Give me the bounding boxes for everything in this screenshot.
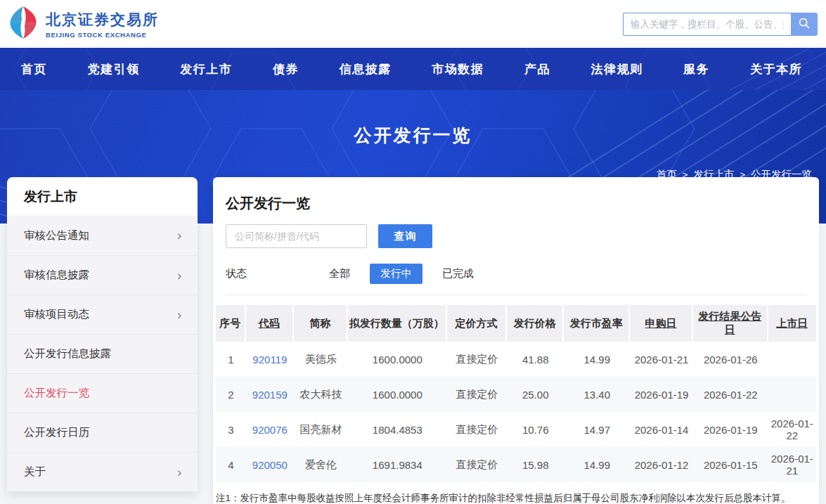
cell-seq: 2 [216,377,246,412]
nav-item-5[interactable]: 信息披露 [340,61,392,77]
cell-name: 国亮新材 [294,412,348,447]
cell-pe: 14.99 [564,447,630,482]
table-row-3: 3920076国亮新材1804.4853直接定价10.7614.972026-0… [216,412,816,447]
header-search-button[interactable] [791,13,818,36]
nav-item-9[interactable]: 服务 [683,61,709,77]
cell-list_date: 2026-01-22 [768,412,816,447]
column-header-seq: 序号 [216,305,246,342]
nav-item-2[interactable]: 党建引领 [88,61,140,77]
sidebar-item-label: 审核公告通知 [24,228,89,243]
status-option-2[interactable]: 发行中 [370,264,422,284]
query-button[interactable]: 查询 [378,224,432,248]
logo-title-en: BEIJING STOCK EXCHANGE [46,31,159,39]
sidebar-item-label: 公开发行一览 [24,386,89,401]
cell-code[interactable]: 920050 [246,447,294,482]
cell-sub_date: 2026-01-21 [630,342,693,377]
bse-logo-icon [7,5,39,43]
sidebar-item-3[interactable]: 审核项目动态› [7,295,198,334]
cell-sub_date: 2026-01-14 [630,412,693,447]
cell-seq: 3 [216,412,246,447]
nav-item-7[interactable]: 产品 [524,61,550,77]
table-header-row: 序号代码简称拟发行数量（万股）定价方式发行价格发行市盈率申购日发行结果公告日上市… [216,305,816,342]
cell-price: 10.76 [507,412,564,447]
column-header-list_date[interactable]: 上市日 [768,305,816,342]
sidebar-item-label: 公开发行信息披露 [24,347,111,361]
main-nav: 首页党建引领发行上市债券信息披露市场数据产品法律规则服务关于本所 [0,48,826,90]
sidebar-item-6[interactable]: 公开发行日历 [7,413,198,452]
status-filter-label: 状态 [226,267,247,280]
header-search [623,13,818,36]
cell-pricing: 直接定价 [447,342,507,377]
cell-pricing: 直接定价 [447,377,507,412]
cell-result_date: 2026-01-22 [693,377,768,412]
cell-result_date: 2026-01-15 [693,447,768,482]
header-search-input[interactable] [623,13,791,36]
company-search-row: 查询 [213,213,819,248]
sidebar-title: 发行上市 [7,177,198,216]
logo-title-cn: 北京证券交易所 [46,10,159,30]
sidebar-item-2[interactable]: 审核信息披露› [7,255,198,295]
status-option-3[interactable]: 已完成 [432,264,484,284]
nav-item-10[interactable]: 关于本所 [750,61,802,77]
sidebar: 发行上市 审核公告通知›审核信息披露›审核项目动态›公开发行信息披露公开发行一览… [7,177,198,491]
sidebar-item-5[interactable]: 公开发行一览 [7,373,198,413]
cell-pricing: 直接定价 [447,447,507,482]
nav-item-4[interactable]: 债券 [273,61,299,77]
column-header-result_date[interactable]: 发行结果公告日 [693,305,768,342]
sidebar-item-1[interactable]: 审核公告通知› [7,216,198,255]
cell-quantity: 1600.0000 [348,342,447,377]
column-header-code[interactable]: 代码 [246,305,294,342]
issuance-table-wrap: 序号代码简称拟发行数量（万股）定价方式发行价格发行市盈率申购日发行结果公告日上市… [216,305,816,482]
cell-price: 25.00 [507,377,564,412]
cell-pe: 13.40 [564,377,630,412]
bse-logo[interactable]: 北京证券交易所 BEIJING STOCK EXCHANGE [7,5,159,43]
cell-quantity: 1804.4853 [348,412,447,447]
column-header-pricing: 定价方式 [447,305,507,342]
column-header-sub_date[interactable]: 申购日 [630,305,693,342]
cell-result_date: 2026-01-26 [693,342,768,377]
sidebar-item-label: 公开发行日历 [24,425,89,440]
chevron-right-icon: › [176,465,182,480]
sidebar-item-4[interactable]: 公开发行信息披露 [7,334,198,373]
main-card: 公开发行一览 查询 状态 全部发行中已完成 序号代码简称拟发行数量（万股）定价方… [213,177,819,504]
sidebar-item-label: 审核项目动态 [24,307,89,322]
cell-seq: 1 [216,342,246,377]
issuance-table: 序号代码简称拟发行数量（万股）定价方式发行价格发行市盈率申购日发行结果公告日上市… [216,305,816,482]
cell-pe: 14.97 [564,412,630,447]
status-option-1[interactable]: 全部 [318,264,361,284]
column-header-price: 发行价格 [507,305,564,342]
column-header-pe: 发行市盈率 [564,305,630,342]
cell-name: 美德乐 [294,342,348,377]
search-icon [798,17,811,32]
bse-logo-text: 北京证券交易所 BEIJING STOCK EXCHANGE [46,10,159,39]
table-row-1: 1920119美德乐1600.0000直接定价41.8814.992026-01… [216,342,816,377]
cell-pricing: 直接定价 [447,412,507,447]
nav-item-8[interactable]: 法律规则 [591,61,643,77]
cell-seq: 4 [216,447,246,482]
table-row-2: 2920159农大科技1600.0000直接定价25.0013.402026-0… [216,377,816,412]
sidebar-item-label: 审核信息披露 [24,268,89,283]
nav-item-1[interactable]: 首页 [21,61,47,77]
cell-list_date [768,377,816,412]
cell-pe: 14.99 [564,342,630,377]
cell-code[interactable]: 920159 [246,377,294,412]
nav-item-6[interactable]: 市场数据 [432,61,484,77]
top-header: 北京证券交易所 BEIJING STOCK EXCHANGE [0,0,826,48]
sidebar-item-7[interactable]: 关于› [7,452,198,491]
cell-code[interactable]: 920076 [246,412,294,447]
cell-sub_date: 2026-01-19 [630,377,693,412]
cell-name: 爱舍伦 [294,447,348,482]
company-search-input[interactable] [226,224,367,248]
sidebar-menu: 审核公告通知›审核信息披露›审核项目动态›公开发行信息披露公开发行一览公开发行日… [7,216,198,491]
chevron-right-icon: › [176,307,182,323]
column-header-quantity: 拟发行数量（万股） [348,305,447,342]
cell-name: 农大科技 [294,377,348,412]
banner-title: 公开发行一览 [0,90,826,147]
cell-price: 15.98 [507,447,564,482]
status-filter-row: 状态 全部发行中已完成 [226,264,806,295]
cell-quantity: 1691.9834 [348,447,447,482]
table-row-4: 4920050爱舍伦1691.9834直接定价15.9814.992026-01… [216,447,816,482]
cell-code[interactable]: 920119 [246,342,294,377]
sidebar-item-label: 关于 [24,465,46,479]
nav-item-3[interactable]: 发行上市 [180,61,232,77]
